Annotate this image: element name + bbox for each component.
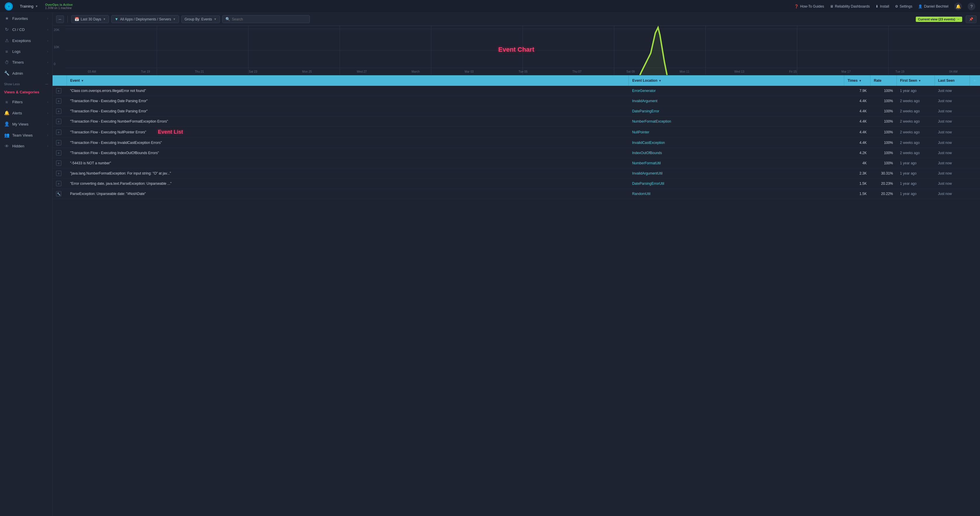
row-event-cell[interactable]: "Transaction Flow - Executing NumberForm… bbox=[67, 116, 629, 127]
sidebar-item-logs[interactable]: ≡ Logs › bbox=[0, 46, 52, 57]
x-label-15: Tue 19 bbox=[895, 70, 904, 73]
table-row[interactable]: ≡ "Transaction Flow - Executing Date Par… bbox=[52, 96, 980, 106]
row-icon-cell: ≡ bbox=[52, 86, 67, 96]
location-filter-icon[interactable]: ▼ bbox=[659, 79, 662, 82]
row-times-cell: 4.4K bbox=[844, 127, 870, 138]
row-location-cell[interactable]: DateParsingError bbox=[629, 106, 844, 116]
event-filter-icon[interactable]: ▼ bbox=[81, 79, 84, 82]
row-event-cell[interactable]: ParseException: Unparseable date: "#NotA… bbox=[67, 189, 629, 199]
row-event-cell[interactable]: "Class com.overops.errors.IllegalError n… bbox=[67, 86, 629, 96]
table-row[interactable]: ≡ "Error converting date, java.text.Pars… bbox=[52, 179, 980, 189]
row-location-cell[interactable]: RandomUtil bbox=[629, 189, 844, 199]
table-row[interactable]: ≡ "Transaction Flow - Executing NumberFo… bbox=[52, 116, 980, 127]
search-box[interactable]: 🔍 bbox=[222, 15, 310, 23]
event-text: "Transaction Flow - Executing IndexOutOf… bbox=[70, 151, 159, 155]
row-rate-cell: 30.31% bbox=[870, 168, 896, 179]
row-event-cell[interactable]: "-54433 is NOT a number" bbox=[67, 158, 629, 168]
row-last-seen-cell: Just now bbox=[934, 158, 969, 168]
settings-link[interactable]: ⚙ Settings bbox=[895, 5, 912, 8]
x-label-13: Fri 15 bbox=[789, 70, 797, 73]
times-filter-icon[interactable]: ▼ bbox=[859, 79, 862, 82]
group-by-button[interactable]: Group By: Events ▼ bbox=[181, 16, 220, 23]
row-rate-cell: 100% bbox=[870, 158, 896, 168]
row-location-cell[interactable]: InvalidCastException bbox=[629, 138, 844, 148]
reliability-dashboards-link[interactable]: 🖥 Reliability Dashboards bbox=[830, 5, 870, 8]
th-event[interactable]: Event ▼ bbox=[67, 75, 629, 86]
table-row[interactable]: ≡ "java.lang.NumberFormatException: For … bbox=[52, 168, 980, 179]
sidebar-item-admin[interactable]: 🔧 Admin › bbox=[0, 68, 52, 79]
row-location-cell[interactable]: InvalidArgumentUtil bbox=[629, 168, 844, 179]
row-location-cell[interactable]: ErrorGenerator bbox=[629, 86, 844, 96]
sidebar-item-team-views[interactable]: 👥 Team Views › bbox=[0, 130, 52, 141]
row-icon-cell: ≡ bbox=[52, 179, 67, 189]
th-first-seen[interactable]: First Seen ▼ bbox=[896, 75, 934, 86]
row-event-cell[interactable]: "java.lang.NumberFormatException: For in… bbox=[67, 168, 629, 179]
row-location-cell[interactable]: InvalidArgument bbox=[629, 96, 844, 106]
table-row[interactable]: ≡ "Transaction Flow - Executing NullPoin… bbox=[52, 127, 980, 138]
sidebar-item-filters[interactable]: ≡ Filters › bbox=[0, 97, 52, 107]
event-list-label: Event List bbox=[158, 129, 183, 135]
row-times-cell: 4.2K bbox=[844, 148, 870, 158]
row-rate-cell: 100% bbox=[870, 96, 896, 106]
row-event-cell[interactable]: "Transaction Flow - Executing Date Parsi… bbox=[67, 106, 629, 116]
table-row[interactable]: 🔧 ParseException: Unparseable date: "#No… bbox=[52, 189, 980, 199]
row-event-cell[interactable]: "Transaction Flow - Executing Date Parsi… bbox=[67, 96, 629, 106]
table-row[interactable]: ≡ "Transaction Flow - Executing InvalidC… bbox=[52, 138, 980, 148]
notifications-button[interactable]: 🔔 bbox=[954, 3, 962, 10]
row-last-seen-cell: Just now bbox=[934, 106, 969, 116]
my-views-icon: 👤 bbox=[4, 121, 10, 127]
row-event-cell[interactable]: "Transaction Flow - Executing InvalidCas… bbox=[67, 138, 629, 148]
row-last-seen-cell: Just now bbox=[934, 179, 969, 189]
collapse-sidebar-button[interactable]: ─ bbox=[56, 16, 64, 23]
x-label-4: Mon 25 bbox=[302, 70, 312, 73]
row-first-seen-cell: 2 weeks ago bbox=[896, 116, 934, 127]
sidebar-item-favorites[interactable]: ★ Favorites › bbox=[0, 13, 52, 24]
sidebar-item-exceptions[interactable]: ⚠ Exceptions › bbox=[0, 35, 52, 46]
cicd-chevron: › bbox=[47, 28, 48, 31]
th-location[interactable]: Event Location ▼ bbox=[629, 75, 844, 86]
row-add-cell bbox=[969, 116, 980, 127]
collapse-button[interactable]: ─ bbox=[45, 82, 48, 86]
install-link[interactable]: ⬇ Install bbox=[875, 5, 889, 8]
overops-status: OverOps is Active 1 JVM on 1 machine bbox=[45, 3, 72, 10]
table-row[interactable]: ≡ "Transaction Flow - Executing Date Par… bbox=[52, 106, 980, 116]
row-last-seen-cell: Just now bbox=[934, 189, 969, 199]
sidebar-item-cicd[interactable]: ↻ CI / CD › bbox=[0, 24, 52, 35]
sidebar-item-my-views[interactable]: 👤 My Views › bbox=[0, 119, 52, 130]
y-label-10k: 10K bbox=[54, 45, 64, 49]
sidebar-item-timers[interactable]: ⏱ Timers › bbox=[0, 57, 52, 68]
user-profile-link[interactable]: 👤 Daniel Bechtel bbox=[918, 4, 948, 8]
row-rate-cell: 100% bbox=[870, 86, 896, 96]
search-icon: 🔍 bbox=[226, 17, 230, 21]
table-header-row: Event ▼ Event Location ▼ bbox=[52, 75, 980, 86]
row-location-cell[interactable]: NumberFormatException bbox=[629, 116, 844, 127]
app-selector[interactable]: Training ▼ bbox=[20, 4, 38, 8]
row-event-cell[interactable]: "Transaction Flow - Executing NullPointe… bbox=[67, 127, 629, 138]
th-add[interactable]: + bbox=[969, 75, 980, 86]
row-event-cell[interactable]: "Error converting date, java.text.ParseE… bbox=[67, 179, 629, 189]
date-filter-button[interactable]: 📅 Last 30 Days ▼ bbox=[71, 15, 109, 23]
row-location-cell[interactable]: DateParsingErrorUtil bbox=[629, 179, 844, 189]
x-label-16: 04 AM bbox=[949, 70, 958, 73]
row-add-cell bbox=[969, 86, 980, 96]
search-input[interactable] bbox=[232, 17, 307, 21]
table-row[interactable]: ≡ "Transaction Flow - Executing IndexOut… bbox=[52, 148, 980, 158]
sidebar-item-hidden[interactable]: 👁 Hidden › bbox=[0, 141, 52, 151]
row-location-cell[interactable]: NullPointer bbox=[629, 127, 844, 138]
pin-view-button[interactable]: 📌 bbox=[966, 16, 977, 23]
table-row[interactable]: ≡ "-54433 is NOT a number" NumberFormatU… bbox=[52, 158, 980, 168]
th-times[interactable]: Times ▼ bbox=[844, 75, 870, 86]
table-row[interactable]: ≡ "Class com.overops.errors.IllegalError… bbox=[52, 86, 980, 96]
how-to-guides-link[interactable]: ❓ How-To Guides bbox=[794, 5, 824, 8]
add-column-button[interactable]: + bbox=[973, 78, 976, 83]
row-location-cell[interactable]: NumberFormatUtil bbox=[629, 158, 844, 168]
event-type-icon: ≡ bbox=[56, 150, 61, 156]
scope-filter-button[interactable]: ▼ All Apps / Deployments / Servers ▼ bbox=[111, 15, 179, 23]
first-seen-filter-icon[interactable]: ▼ bbox=[918, 79, 921, 82]
row-event-cell[interactable]: "Transaction Flow - Executing IndexOutOf… bbox=[67, 148, 629, 158]
sidebar-item-alerts[interactable]: 🔔 Alerts › bbox=[0, 107, 52, 119]
help-button[interactable]: ? bbox=[968, 3, 975, 10]
x-label-11: Mon 11 bbox=[679, 70, 689, 73]
row-location-cell[interactable]: IndexOutOfBounds bbox=[629, 148, 844, 158]
app-logo[interactable] bbox=[5, 2, 13, 11]
